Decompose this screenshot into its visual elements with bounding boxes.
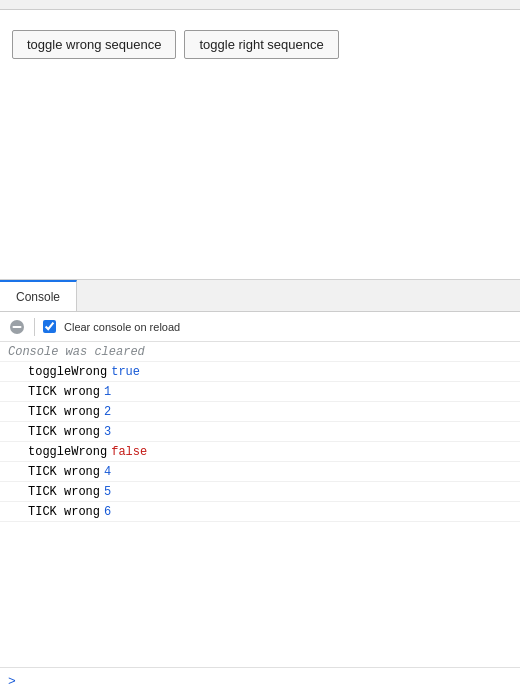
- list-item: toggleWrong true: [0, 362, 520, 382]
- console-input-line[interactable]: >: [0, 667, 520, 695]
- list-item: TICK wrong 1: [0, 382, 520, 402]
- devtools-tabs: Console: [0, 280, 520, 312]
- clear-on-reload-label: Clear console on reload: [64, 321, 180, 333]
- list-item: TICK wrong 2: [0, 402, 520, 422]
- tab-console[interactable]: Console: [0, 280, 77, 311]
- svg-rect-1: [13, 326, 22, 328]
- devtools-panel: Console Clear console on reload Console …: [0, 280, 520, 695]
- console-prompt: >: [8, 674, 16, 689]
- page-area: toggle wrong sequence toggle right seque…: [0, 10, 520, 280]
- browser-chrome: [0, 0, 520, 10]
- list-item: TICK wrong 4: [0, 462, 520, 482]
- clear-console-icon[interactable]: [8, 318, 26, 336]
- toolbar-divider: [34, 318, 35, 336]
- toggle-wrong-button[interactable]: toggle wrong sequence: [12, 30, 176, 59]
- list-item: TICK wrong 6: [0, 502, 520, 522]
- console-output[interactable]: Console was cleared toggleWrong true TIC…: [0, 342, 520, 667]
- toggle-right-button[interactable]: toggle right sequence: [184, 30, 338, 59]
- clear-on-reload-checkbox[interactable]: [43, 320, 56, 333]
- list-item: TICK wrong 3: [0, 422, 520, 442]
- console-cleared-line: Console was cleared: [0, 342, 520, 362]
- console-toolbar: Clear console on reload: [0, 312, 520, 342]
- list-item: TICK wrong 5: [0, 482, 520, 502]
- button-row: toggle wrong sequence toggle right seque…: [12, 30, 508, 59]
- list-item: toggleWrong false: [0, 442, 520, 462]
